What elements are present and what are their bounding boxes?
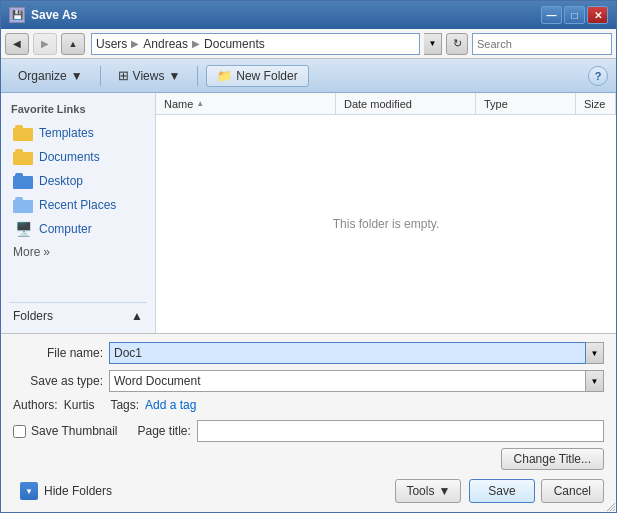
breadcrumb-andreas: Andreas [143,37,188,51]
search-box: 🔍 [472,33,612,55]
breadcrumb-documents: Documents [204,37,265,51]
close-button[interactable]: ✕ [587,6,608,24]
tools-label: Tools [406,484,434,498]
sidebar-item-label-computer: Computer [39,222,92,236]
sidebar-section-title: Favorite Links [9,103,147,115]
file-list-header: Name ▲ Date modified Type Size [156,93,616,115]
resize-grip[interactable] [604,500,616,512]
sidebar-item-recent-places[interactable]: Recent Places [9,193,147,217]
views-button[interactable]: ⊞ Views ▼ [109,64,190,87]
sidebar-item-desktop[interactable]: Desktop [9,169,147,193]
savetype-label: Save as type: [13,374,103,388]
file-list: Name ▲ Date modified Type Size This fold… [156,93,616,333]
sidebar-item-label-desktop: Desktop [39,174,83,188]
authors-value: Kurtis [64,398,95,412]
change-title-button[interactable]: Change Title... [501,448,604,470]
save-as-dialog: 💾 Save As — □ ✕ ◀ ▶ ▲ Users ▶ Andreas ▶ … [0,0,617,513]
sidebar-more-link[interactable]: More » [9,243,147,261]
breadcrumb-path[interactable]: Users ▶ Andreas ▶ Documents [91,33,420,55]
toolbar2: Organize ▼ ⊞ Views ▼ 📁 New Folder ? [1,59,616,93]
savetype-dropdown-button[interactable]: ▼ [586,370,604,392]
column-header-name[interactable]: Name ▲ [156,93,336,114]
recent-places-icon [13,196,33,214]
save-button[interactable]: Save [469,479,534,503]
page-title-input[interactable] [197,420,604,442]
help-button[interactable]: ? [588,66,608,86]
templates-folder-icon [13,124,33,142]
resize-icon [605,501,615,511]
search-input[interactable] [477,38,615,50]
dialog-title: Save As [31,8,541,22]
window-controls: — □ ✕ [541,6,608,24]
views-label: Views [133,69,165,83]
computer-icon: 🖥️ [13,220,33,238]
maximize-button[interactable]: □ [564,6,585,24]
main-area: Favorite Links Templates Docu [1,93,616,333]
path-dropdown-button[interactable]: ▼ [424,33,442,55]
savetype-select[interactable]: Word Document Word 97-2003 Document PDF … [109,370,586,392]
column-header-date[interactable]: Date modified [336,93,476,114]
views-arrow: ▼ [168,69,180,83]
column-header-size[interactable]: Size [576,93,616,114]
filename-dropdown-button[interactable]: ▼ [586,342,604,364]
hide-folders-label: Hide Folders [44,484,112,498]
documents-folder-icon [13,148,33,166]
empty-folder-message: This folder is empty. [333,217,439,231]
sidebar: Favorite Links Templates Docu [1,93,156,333]
sidebar-item-label-recent: Recent Places [39,198,116,212]
sidebar-folders-arrow: ▲ [131,309,143,323]
breadcrumb-sep1: ▶ [131,38,139,49]
meta-row: Authors: Kurtis Tags: Add a tag [13,398,604,412]
sidebar-item-documents[interactable]: Documents [9,145,147,169]
sidebar-more-icon: » [43,245,50,259]
new-folder-button[interactable]: 📁 New Folder [206,65,308,87]
authors-label: Authors: [13,398,58,412]
options-row: Save Thumbnail Page title: [13,420,604,442]
savetype-row: Save as type: Word Document Word 97-2003… [13,370,604,392]
filename-input[interactable] [109,342,586,364]
tools-button[interactable]: Tools ▼ [395,479,461,503]
tags-label: Tags: [110,398,139,412]
save-thumbnail-label[interactable]: Save Thumbnail [13,424,118,438]
footer-row: ▼ Hide Folders Tools ▼ Save Cancel [13,478,604,504]
sidebar-item-computer[interactable]: 🖥️ Computer [9,217,147,241]
page-title-label: Page title: [138,424,191,438]
tags-item: Tags: Add a tag [110,398,196,412]
up-button[interactable]: ▲ [61,33,85,55]
tools-arrow: ▼ [438,484,450,498]
toolbar-separator [100,66,101,86]
hide-folders-icon: ▼ [20,482,38,500]
sidebar-folders-label: Folders [13,309,53,323]
breadcrumb-users: Users [96,37,127,51]
forward-button[interactable]: ▶ [33,33,57,55]
hide-folders-button[interactable]: ▼ Hide Folders [13,478,119,504]
authors-item: Authors: Kurtis [13,398,94,412]
save-thumbnail-text: Save Thumbnail [31,424,118,438]
back-button[interactable]: ◀ [5,33,29,55]
sidebar-folders-toggle[interactable]: Folders ▲ [9,302,147,323]
breadcrumb-sep2: ▶ [192,38,200,49]
cancel-button[interactable]: Cancel [541,479,604,503]
new-folder-icon: 📁 [217,69,232,83]
views-icon: ⊞ [118,68,129,83]
dialog-icon: 💾 [9,7,25,23]
organize-button[interactable]: Organize ▼ [9,65,92,87]
filename-label: File name: [13,346,103,360]
column-header-type[interactable]: Type [476,93,576,114]
organize-label: Organize [18,69,67,83]
sidebar-item-label-documents: Documents [39,150,100,164]
sidebar-item-templates[interactable]: Templates [9,121,147,145]
minimize-button[interactable]: — [541,6,562,24]
filename-row: File name: ▼ [13,342,604,364]
refresh-button[interactable]: ↻ [446,33,468,55]
toolbar-separator2 [197,66,198,86]
file-list-content: This folder is empty. [156,115,616,333]
breadcrumb-bar: ◀ ▶ ▲ Users ▶ Andreas ▶ Documents ▼ ↻ 🔍 [1,29,616,59]
save-thumbnail-checkbox[interactable] [13,425,26,438]
add-tag-link[interactable]: Add a tag [145,398,196,412]
bottom-form: File name: ▼ Save as type: Word Document… [1,333,616,512]
svg-line-2 [613,509,615,511]
organize-arrow: ▼ [71,69,83,83]
sidebar-more-label: More [13,245,40,259]
desktop-icon [13,172,33,190]
